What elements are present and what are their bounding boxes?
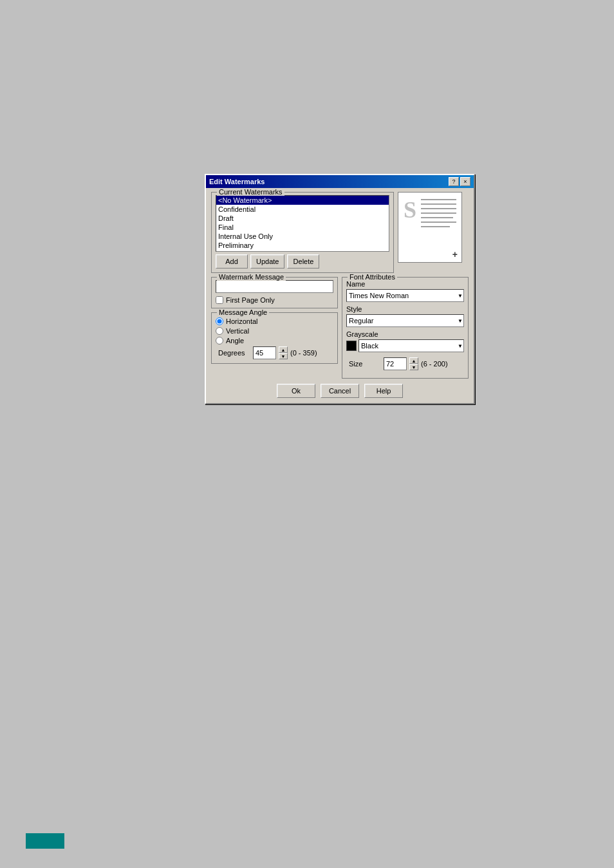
font-name-label: Name [346,280,464,288]
list-item-final[interactable]: Final [216,223,389,232]
footer-buttons: Ok Cancel Help [211,384,469,398]
grayscale-row: Black Dark Gray Gray Light Gray White [346,339,464,352]
watermark-list[interactable]: <No Watermark> Confidential Draft Final … [216,195,389,252]
update-button[interactable]: Update [250,254,284,269]
first-page-label: First Page Only [226,296,275,304]
title-bar-buttons: ? × [449,177,470,186]
first-page-checkbox[interactable] [216,296,223,304]
vertical-radio[interactable] [216,327,223,335]
preview-plus-icon: + [452,249,458,259]
preview-line-6 [421,222,456,223]
list-item-draft[interactable]: Draft [216,214,389,223]
close-title-button[interactable]: × [460,177,470,186]
preview-lines [421,199,456,227]
help-button[interactable]: Help [364,384,403,398]
angle-row: Angle [216,337,333,344]
current-watermarks-group: Current Watermarks <No Watermark> Confid… [211,192,394,273]
size-label: Size [349,360,381,368]
preview-line-5 [421,217,453,218]
size-row: Size ▲ ▼ (6 - 200) [349,357,464,370]
font-attr-panel: Font Attributes Name Times New Roman Ari… [342,277,469,379]
watermark-message-label: Watermark Message [217,273,286,281]
font-style-label: Style [346,305,464,313]
ok-button[interactable]: Ok [277,384,315,398]
preview-line-4 [421,212,456,214]
list-item-confidential[interactable]: Confidential [216,205,389,214]
degrees-range: (0 - 359) [290,349,317,357]
font-attributes-group: Font Attributes Name Times New Roman Ari… [342,277,469,379]
delete-button[interactable]: Delete [287,254,319,269]
preview-box: S + [398,192,462,263]
grayscale-select[interactable]: Black Dark Gray Gray Light Gray White [358,339,464,352]
horizontal-label: Horizontal [226,317,258,325]
list-item-no-watermark[interactable]: <No Watermark> [216,196,389,205]
horizontal-row: Horizontal [216,317,333,325]
degrees-row: Degrees ▲ ▼ (0 - 359) [218,346,333,359]
dialog-content: Current Watermarks <No Watermark> Confid… [206,188,474,403]
help-title-button[interactable]: ? [449,177,459,186]
degrees-spin-down[interactable]: ▼ [279,353,288,359]
list-item-sample[interactable]: Sample [216,250,389,252]
watermark-message-group: Watermark Message First Page Only [211,277,338,308]
degrees-spin-up[interactable]: ▲ [279,346,288,353]
font-attributes-label: Font Attributes [348,273,397,281]
size-spin-up[interactable]: ▲ [409,357,418,364]
size-spin-down[interactable]: ▼ [409,364,418,370]
title-bar: Edit Watermarks ? × [206,175,474,188]
left-panel: Current Watermarks <No Watermark> Confid… [211,192,394,277]
font-style-wrapper: Regular Bold Italic Bold Italic [346,314,464,327]
preview-line-7 [421,226,450,227]
grayscale-wrapper: Black Dark Gray Gray Light Gray White [358,339,464,352]
font-name-select[interactable]: Times New Roman Arial Courier New [346,289,464,302]
horizontal-radio[interactable] [216,317,223,325]
preview-s-letter: S [404,196,416,223]
cancel-button[interactable]: Cancel [321,384,359,398]
watermark-button-row: Add Update Delete [216,254,389,269]
degrees-spin-buttons: ▲ ▼ [279,346,288,359]
degrees-label: Degrees [218,349,250,357]
watermark-message-input[interactable] [216,280,333,293]
color-swatch [346,341,357,351]
preview-line-1 [421,199,456,200]
vertical-row: Vertical [216,327,333,335]
size-spin-buttons: ▲ ▼ [409,357,418,370]
list-item-preliminary[interactable]: Preliminary [216,241,389,250]
preview-line-3 [421,208,456,209]
current-watermarks-label: Current Watermarks [217,188,284,196]
grayscale-label: Grayscale [346,330,464,338]
degrees-input[interactable] [253,346,276,359]
font-name-wrapper: Times New Roman Arial Courier New [346,289,464,302]
vertical-label: Vertical [226,327,249,335]
list-item-internal[interactable]: Internal Use Only [216,232,389,241]
font-style-select[interactable]: Regular Bold Italic Bold Italic [346,314,464,327]
teal-block [26,833,64,849]
preview-panel: S + [398,192,469,277]
bottom-panels: Watermark Message First Page Only Messag… [211,277,469,379]
first-page-row: First Page Only [216,296,333,304]
message-angle-group: Message Angle Horizontal Vertical Angle [211,312,338,364]
angle-radio[interactable] [216,337,223,344]
preview-line-2 [421,203,456,205]
message-angle-label: Message Angle [217,308,269,316]
dialog-title: Edit Watermarks [209,178,265,185]
size-range: (6 - 200) [421,360,448,368]
angle-label: Angle [226,337,244,344]
add-button[interactable]: Add [216,254,248,269]
edit-watermarks-dialog: Edit Watermarks ? × Current Watermarks <… [205,174,475,404]
size-input[interactable] [384,357,407,370]
top-row: Current Watermarks <No Watermark> Confid… [211,192,469,277]
watermark-msg-panel: Watermark Message First Page Only Messag… [211,277,338,379]
